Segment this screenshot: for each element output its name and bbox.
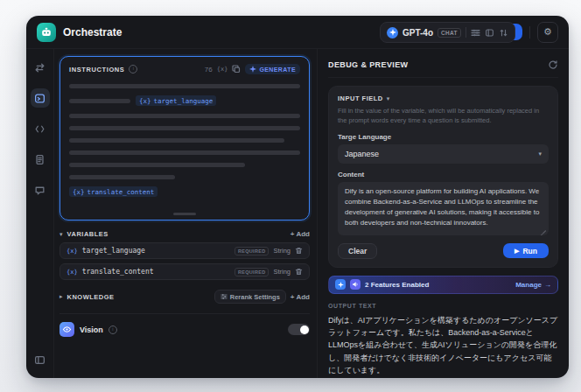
info-icon[interactable]: i	[108, 326, 117, 334]
model-memory-icon[interactable]	[485, 28, 494, 38]
delete-variable-button[interactable]	[295, 247, 303, 255]
skeleton-bar	[69, 175, 175, 179]
divider	[466, 27, 466, 38]
variable-row-translate-content[interactable]: {x} translate_content REQUIRED String	[60, 263, 310, 280]
target-language-label: Targe Language	[338, 133, 549, 141]
variable-chip-translate-content[interactable]: {x} translate_content	[69, 186, 158, 197]
app-switcher-button[interactable]	[31, 58, 50, 77]
vision-label: Vision	[80, 326, 103, 334]
generate-button[interactable]: GENERATE	[245, 64, 300, 74]
insert-variable-button[interactable]: {x}	[217, 66, 228, 73]
input-field-description: Fill in the value of the variable, which…	[338, 106, 549, 126]
debug-actions: Clear ▶ Run	[338, 243, 549, 259]
output-section: OUTPUT TEXT Difyは、AIアプリケーションを構築するためのオープン…	[328, 303, 558, 379]
rerank-settings-button[interactable]: Rerank Settings	[214, 290, 286, 304]
chevron-right-icon[interactable]: ▸	[60, 293, 63, 300]
variable-name: target_language	[82, 247, 145, 255]
variable-type: String	[273, 247, 290, 255]
feature-icon-2	[350, 279, 360, 290]
run-button[interactable]: ▶ Run	[503, 243, 549, 258]
variable-row-target-language[interactable]: {x} target_language REQUIRED String	[60, 242, 310, 259]
vision-feature-row: Vision i	[60, 313, 310, 337]
rerank-settings-label: Rerank Settings	[230, 293, 280, 301]
variable-chip-target-language[interactable]: {x} target_language	[136, 95, 216, 106]
input-field-header[interactable]: INPUT FIELD ▾	[338, 94, 549, 102]
chevron-down-icon: ▾	[387, 95, 390, 102]
toggle-knob	[300, 326, 309, 334]
nav-annotations[interactable]	[31, 180, 50, 200]
skeleton-bar	[69, 84, 300, 88]
sparkle-icon	[249, 66, 256, 73]
prompt-text-skeleton: {x} target_language {x}	[69, 83, 300, 197]
nav-orchestrate[interactable]	[31, 88, 50, 108]
swap-arrows-icon	[34, 62, 46, 74]
robot-icon	[40, 26, 52, 38]
content-label: Content	[338, 171, 549, 178]
features-enabled-label: 2 Features Enabled	[365, 281, 429, 289]
variable-name: translate_content	[82, 268, 154, 276]
instructions-editor[interactable]: INSTRUCTIONS i 76 {x} GENERATE	[60, 56, 310, 220]
instructions-header: INSTRUCTIONS i 76 {x} GENERATE	[69, 64, 300, 74]
collapse-sidebar-button[interactable]	[31, 350, 50, 369]
model-provider-icon	[387, 27, 398, 38]
manage-features-button[interactable]: Manage →	[515, 281, 551, 289]
divider	[529, 26, 530, 38]
add-knowledge-button[interactable]: + Add	[290, 293, 310, 301]
feature-icon-1	[335, 279, 346, 290]
orchestrate-panel: INSTRUCTIONS i 76 {x} GENERATE	[54, 49, 317, 378]
variables-header: ▾ VARIABLES + Add	[60, 230, 310, 238]
resize-handle[interactable]	[173, 213, 196, 215]
content-textarea[interactable]: Dify is an open-source platform for buil…	[338, 182, 549, 235]
clear-button[interactable]: Clear	[338, 243, 377, 259]
resize-corner-icon[interactable]	[539, 226, 546, 233]
variables-title: VARIABLES	[67, 230, 108, 238]
output-title: OUTPUT TEXT	[328, 303, 558, 309]
desktop-background: Orchestrate GPT-4o CHAT	[0, 0, 581, 392]
model-selector[interactable]: GPT-4o CHAT	[380, 22, 515, 43]
skeleton-bar	[69, 99, 130, 103]
input-field-title: INPUT FIELD	[338, 94, 383, 102]
eye-icon	[62, 325, 72, 334]
debug-header: DEBUG & PREVIEW	[328, 56, 558, 78]
debug-title: DEBUG & PREVIEW	[328, 60, 409, 69]
app-window: Orchestrate GPT-4o CHAT	[26, 16, 569, 378]
features-enabled-bar: 2 Features Enabled Manage →	[328, 276, 558, 294]
model-params-icon[interactable]	[471, 28, 480, 38]
chevron-down-icon: ▾	[538, 150, 542, 158]
content-value: Dify is an open-source platform for buil…	[345, 187, 539, 227]
knowledge-header: ▸ KNOWLEDGE Rerank Settings + Add	[60, 290, 310, 304]
restart-debug-button[interactable]	[548, 60, 558, 70]
required-badge: REQUIRED	[234, 268, 269, 276]
chevron-down-icon[interactable]: ▾	[60, 231, 63, 238]
left-icon-rail	[26, 49, 54, 378]
vision-toggle[interactable]	[288, 324, 310, 335]
skeleton-bar	[69, 150, 300, 155]
settings-sliders-icon	[220, 293, 228, 300]
model-tokens-icon[interactable]	[499, 28, 508, 38]
skeleton-bar	[69, 126, 300, 130]
variable-chip-label: translate_content	[88, 188, 155, 196]
gear-icon: ⚙	[543, 26, 552, 38]
info-icon[interactable]: i	[129, 65, 137, 74]
skeleton-bar	[69, 138, 284, 143]
add-variable-button[interactable]: + Add	[290, 230, 310, 238]
nav-logs[interactable]	[31, 150, 50, 169]
input-field-card: INPUT FIELD ▾ Fill in the value of the v…	[328, 86, 558, 268]
app-settings-button[interactable]: ⚙	[537, 22, 558, 43]
app-logo	[37, 23, 56, 42]
copy-prompt-button[interactable]	[232, 65, 241, 74]
required-badge: REQUIRED	[234, 247, 269, 256]
skeleton-bar	[69, 163, 245, 167]
vision-feature-badge	[60, 322, 74, 337]
delete-variable-button[interactable]	[295, 268, 303, 276]
variable-token: {x}	[73, 188, 85, 196]
app-header: Orchestrate GPT-4o CHAT	[26, 16, 569, 49]
output-text: Difyは、AIアプリケーションを構築するためのオープンソースプラットフォームで…	[328, 314, 558, 377]
chat-bubble-icon	[34, 185, 46, 196]
document-icon	[34, 154, 46, 165]
nav-api-access[interactable]	[31, 119, 50, 138]
target-language-select[interactable]: Japanese ▾	[338, 144, 549, 164]
target-language-value: Japanese	[345, 150, 379, 158]
variable-type: String	[273, 268, 290, 276]
code-brackets-icon	[34, 123, 46, 135]
